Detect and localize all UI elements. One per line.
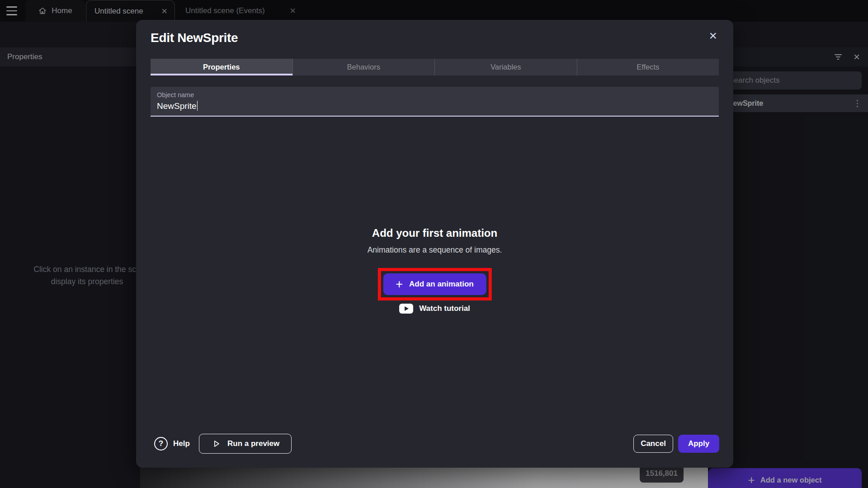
tab-behaviors[interactable]: Behaviors (292, 59, 435, 75)
tab-effects[interactable]: Effects (577, 59, 719, 75)
dialog-tabs: Properties Behaviors Variables Effects (151, 59, 719, 75)
add-animation-label: Add an animation (409, 280, 474, 289)
text-caret (197, 101, 198, 111)
tab-variables[interactable]: Variables (434, 59, 577, 75)
dialog-footer: ? Help Run a preview Cancel Apply (136, 434, 733, 454)
cancel-button[interactable]: Cancel (633, 435, 673, 453)
dialog-title: Edit NewSprite (151, 31, 238, 45)
apply-button[interactable]: Apply (678, 435, 719, 453)
edit-object-dialog: Edit NewSprite × Properties Behaviors Va… (136, 20, 733, 468)
help-label: Help (173, 439, 190, 448)
question-mark-icon: ? (154, 437, 168, 450)
object-name-field-label: Object name (157, 91, 194, 99)
empty-state-subtitle: Animations are a sequence of images. (136, 245, 733, 255)
run-preview-button[interactable]: Run a preview (199, 434, 292, 454)
youtube-play-icon (399, 304, 413, 314)
add-animation-button[interactable]: + Add an animation (383, 273, 486, 295)
object-name-field[interactable]: Object name NewSprite (151, 87, 719, 117)
annotation-highlight-box: + Add an animation (377, 268, 491, 300)
empty-state-heading: Add your first animation (136, 227, 733, 239)
watch-tutorial-label: Watch tutorial (419, 304, 470, 313)
tab-properties[interactable]: Properties (151, 59, 292, 75)
object-name-field-value[interactable]: NewSprite (157, 101, 198, 111)
plus-icon: + (396, 278, 403, 291)
help-button[interactable]: ? Help (154, 434, 190, 454)
watch-tutorial-link[interactable]: Watch tutorial (136, 304, 733, 314)
run-preview-label: Run a preview (227, 439, 279, 448)
play-icon (211, 439, 221, 449)
close-dialog-icon[interactable]: × (709, 29, 717, 42)
